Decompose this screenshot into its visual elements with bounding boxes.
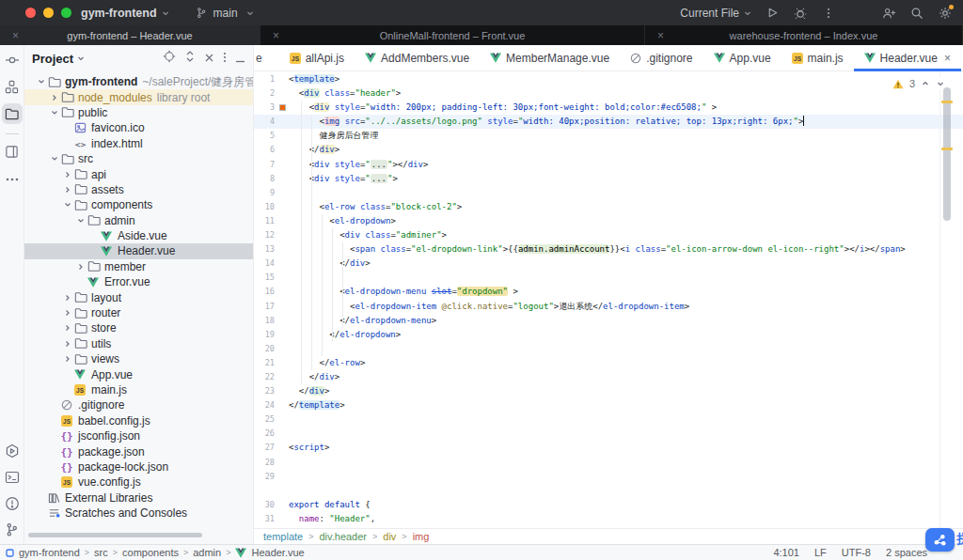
warning-stripe-mark[interactable] — [941, 101, 953, 103]
run-toolwindow-icon[interactable] — [5, 443, 20, 459]
code-line[interactable]: 1<template> — [254, 72, 963, 86]
window-tab[interactable]: ×warehouse-frontend – Index.vue — [645, 25, 963, 45]
bookmarks-toolwindow-icon[interactable] — [5, 144, 20, 159]
code-line[interactable]: 15 — [254, 271, 963, 285]
zoom-window-button[interactable] — [61, 8, 71, 18]
run-button[interactable] — [764, 5, 781, 22]
tree-item-jsconfig.json[interactable]: {}jsconfig.json — [24, 428, 253, 443]
code-line[interactable]: 22 </div> — [254, 370, 963, 384]
breadcrumb-div[interactable]: div — [383, 531, 396, 542]
more-tool-windows-icon[interactable] — [5, 172, 20, 187]
problems-toolwindow-icon[interactable] — [5, 496, 20, 511]
code-line[interactable]: 14 </div> — [254, 257, 963, 271]
git-toolwindow-icon[interactable] — [5, 521, 20, 537]
code-line[interactable]: 24</template> — [254, 398, 963, 412]
code-line[interactable]: 8 <div style="..."> — [254, 172, 963, 186]
code-editor[interactable]: 1<template>2 <div class="header">3 <div … — [254, 71, 963, 528]
warning-stripe-mark[interactable] — [941, 148, 953, 150]
tree-item-components[interactable]: components — [24, 197, 253, 212]
tree-item-views[interactable]: views — [24, 351, 253, 366]
code-line[interactable]: 11 <el-dropdown> — [254, 214, 963, 228]
code-line[interactable]: 18 </el-dropdown-menu> — [254, 314, 963, 328]
close-tab-icon[interactable]: × — [944, 53, 951, 64]
clipped-tab-fragment[interactable]: e — [256, 52, 262, 65]
previous-warning-icon[interactable] — [921, 79, 930, 88]
debug-button[interactable] — [792, 5, 809, 22]
code-line[interactable]: 23 </div> — [254, 384, 963, 398]
tree-item-header.vue[interactable]: Header.vue — [24, 243, 253, 258]
floating-assistant-button[interactable] — [925, 528, 955, 552]
select-opened-file-icon[interactable] — [163, 50, 176, 67]
chevron-right-icon[interactable] — [61, 185, 74, 194]
tree-item-aside.vue[interactable]: Aside.vue — [24, 228, 253, 243]
tree-item-.gitignore[interactable]: .gitignore — [24, 397, 253, 412]
code-line[interactable]: 4 <img src="../../assets/logo.png" style… — [254, 115, 963, 129]
minimize-window-button[interactable] — [43, 8, 54, 18]
code-line[interactable]: 5 健身房后台管理 — [254, 129, 963, 143]
status-path-item[interactable]: components — [122, 547, 179, 558]
search-everywhere-icon[interactable] — [908, 5, 925, 22]
indent-widget[interactable]: 2 spaces — [886, 547, 927, 558]
editor-tab[interactable]: AddMembers.vue — [355, 45, 480, 71]
inspections-widget[interactable]: 3 — [890, 77, 948, 90]
code-line[interactable]: 20 — [254, 342, 963, 356]
next-warning-icon[interactable] — [936, 79, 945, 88]
chevron-right-icon[interactable] — [61, 339, 74, 349]
tree-item-vue.config.js[interactable]: JSvue.config.js — [24, 474, 253, 490]
code-line[interactable]: 31 name: "Header", — [254, 512, 963, 526]
ime-indicator[interactable]: 拼 — [956, 531, 963, 548]
project-panel-title[interactable]: Project — [32, 52, 73, 66]
editor-tab[interactable]: App.vue — [703, 45, 781, 71]
chevron-right-icon[interactable] — [61, 293, 74, 303]
tree-item-babel.config.js[interactable]: JSbabel.config.js — [24, 413, 253, 428]
tree-item-package-lock.json[interactable]: {}package-lock.json — [24, 459, 253, 474]
caret-position-widget[interactable]: 4:101 — [773, 547, 799, 558]
terminal-toolwindow-icon[interactable] — [5, 470, 20, 485]
chevron-down-icon[interactable] — [61, 200, 74, 210]
code-line[interactable]: 13 <span class="el-dropdown-link">{{admi… — [254, 242, 963, 257]
tree-item-router[interactable]: router — [24, 305, 253, 320]
chevron-down-icon[interactable] — [48, 154, 61, 163]
code-line[interactable]: 3 <div style="width: 200px; padding-left… — [254, 101, 963, 115]
tree-item-admin[interactable]: admin — [24, 213, 253, 228]
code-line[interactable]: 28 — [254, 456, 963, 470]
vertical-scrollbar[interactable] — [943, 87, 951, 221]
code-line[interactable]: 12 <div class="adminer"> — [254, 228, 963, 242]
editor-tab[interactable]: MemberManage.vue — [480, 45, 620, 71]
collapse-all-icon[interactable] — [204, 50, 214, 67]
vcs-widget[interactable]: main — [193, 5, 259, 22]
editor-tab[interactable]: JSmain.js — [781, 45, 854, 71]
tree-item-member[interactable]: member — [24, 259, 253, 274]
code-line[interactable]: 9 — [254, 186, 963, 200]
chevron-down-icon[interactable] — [74, 216, 87, 226]
status-path-item[interactable]: gym-frontend — [19, 547, 80, 558]
status-path-item[interactable]: src — [94, 547, 108, 558]
chevron-right-icon[interactable] — [61, 170, 74, 179]
hide-panel-icon[interactable] — [235, 50, 245, 67]
code-line[interactable]: 30export default { — [254, 498, 963, 512]
tree-item-favicon.ico[interactable]: favicon.ico — [24, 120, 253, 135]
panel-options-icon[interactable] — [223, 50, 227, 67]
code-line[interactable]: 25 — [254, 412, 963, 427]
breadcrumb-img[interactable]: img — [413, 531, 430, 542]
close-icon[interactable]: × — [273, 30, 279, 41]
code-line[interactable]: 29 — [254, 470, 963, 484]
code-line[interactable]: 7 <div style="..."></div> — [254, 158, 963, 172]
tree-item-layout[interactable]: layout — [24, 289, 253, 304]
status-path-file[interactable]: Header.vue — [251, 547, 304, 558]
close-icon[interactable]: × — [657, 30, 664, 41]
tree-item-app.vue[interactable]: App.vue — [24, 366, 253, 381]
tree-item-api[interactable]: api — [24, 166, 253, 181]
tree-item-public[interactable]: public — [24, 105, 253, 120]
code-with-me-icon[interactable] — [880, 5, 897, 22]
color-preview-swatch[interactable] — [279, 104, 286, 111]
code-line[interactable]: 27<script> — [254, 441, 963, 455]
tree-item-assets[interactable]: assets — [24, 182, 253, 197]
tree-item-store[interactable]: store — [24, 320, 253, 335]
tree-item-package.json[interactable]: {}package.json — [24, 443, 253, 459]
tree-item-src[interactable]: src — [24, 151, 253, 166]
tree-item-node-modules[interactable]: node_moduleslibrary root — [24, 89, 253, 104]
chevron-down-icon[interactable] — [48, 108, 61, 117]
chevron-right-icon[interactable] — [48, 93, 61, 102]
chevron-right-icon[interactable] — [61, 308, 74, 318]
